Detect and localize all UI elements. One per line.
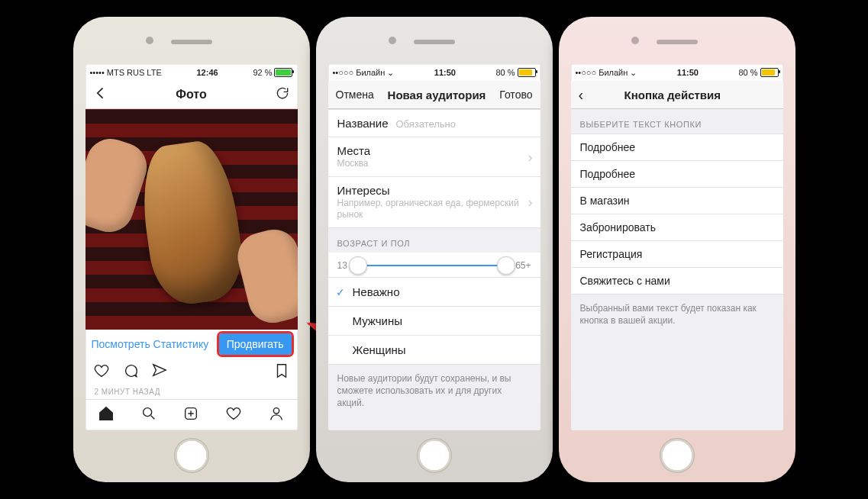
carrier-text: ••○○○ Билайн ⌄ (333, 68, 395, 78)
post-actions (86, 359, 298, 386)
promote-button[interactable]: Продвигать (219, 333, 292, 355)
post-timestamp: 2 МИНУТ НАЗАД (86, 386, 298, 399)
svg-point-2 (273, 408, 279, 414)
screen-3: ••○○○ Билайн ⌄ 11:50 80 % ‹ Кнопка дейст… (571, 64, 783, 430)
age-section-header: Возраст и пол (328, 228, 540, 253)
tab-activity-icon[interactable] (225, 405, 242, 425)
gender-any[interactable]: ✓Неважно (328, 278, 540, 307)
places-label: Места (337, 144, 531, 157)
screen-2: ••○○○ Билайн ⌄ 11:50 80 % Отмена Новая а… (328, 64, 540, 430)
cta-section-header: Выберите текст кнопки (571, 109, 783, 134)
share-icon[interactable] (151, 362, 168, 382)
clock: 12:46 (197, 68, 218, 77)
battery-text: 92 % (253, 68, 272, 77)
status-bar: ••○○○ Билайн ⌄ 11:50 80 % (328, 64, 540, 81)
home-button[interactable] (417, 438, 452, 473)
done-button[interactable]: Готово (499, 89, 532, 101)
comment-icon[interactable] (122, 362, 139, 382)
phone-frame-2: ••○○○ Билайн ⌄ 11:50 80 % Отмена Новая а… (316, 17, 553, 482)
cancel-button[interactable]: Отмена (336, 89, 374, 101)
gender-female[interactable]: Женщины (328, 336, 540, 365)
nav-title: Кнопка действия (624, 89, 721, 101)
clock: 11:50 (434, 68, 456, 77)
battery-icon (518, 68, 536, 77)
phone-frame-3: ••○○○ Билайн ⌄ 11:50 80 % ‹ Кнопка дейст… (559, 17, 795, 482)
cta-option[interactable]: Свяжитесь с нами (571, 268, 783, 295)
view-stats-link[interactable]: Посмотреть Статистику (92, 338, 209, 350)
carrier-text: ••○○○ Билайн ⌄ (576, 68, 637, 78)
interests-label: Интересы (337, 184, 531, 197)
heart-icon[interactable] (93, 362, 110, 382)
interests-cell[interactable]: Интересы Например, органическая еда, фер… (328, 177, 540, 228)
slider-max-knob[interactable] (497, 256, 515, 275)
slider-min-knob[interactable] (349, 256, 367, 275)
home-button[interactable] (174, 438, 209, 473)
nav-bar: ‹ Кнопка действия (571, 81, 783, 109)
cta-footnote: Выбранный вами текст будет показан как к… (571, 295, 783, 334)
nav-bar: Фото (86, 81, 298, 109)
chevron-right-icon: › (528, 195, 533, 211)
cta-option[interactable]: Подробнее (571, 161, 783, 188)
status-bar: ••○○○ Билайн ⌄ 11:50 80 % (571, 64, 783, 81)
tab-bar (86, 399, 298, 430)
gender-male[interactable]: Мужчины (328, 307, 540, 336)
age-min: 13 (337, 260, 347, 271)
nav-title: Новая аудитория (388, 89, 486, 101)
reload-icon[interactable] (275, 85, 290, 104)
cta-option[interactable]: Забронировать (571, 214, 783, 241)
phone-frame-1: ••••• MTS RUS LTE 12:46 92 % Фото Посмот… (73, 17, 310, 482)
cta-option[interactable]: В магазин (571, 188, 783, 214)
cta-option[interactable]: Регистрация (571, 241, 783, 268)
tab-add-icon[interactable] (182, 405, 199, 425)
back-icon[interactable] (93, 85, 108, 104)
tab-profile-icon[interactable] (268, 405, 285, 425)
battery-icon (274, 68, 292, 77)
places-cell[interactable]: Места Москва › (328, 137, 540, 177)
name-label: Название (337, 117, 389, 130)
tab-search-icon[interactable] (140, 405, 157, 425)
nav-title: Фото (176, 88, 206, 101)
battery-text: 80 % (495, 68, 515, 77)
battery-icon (760, 68, 779, 77)
cta-option[interactable]: Подробнее (571, 134, 783, 161)
home-button[interactable] (660, 438, 695, 473)
battery-text: 80 % (738, 68, 757, 77)
screen-1: ••••• MTS RUS LTE 12:46 92 % Фото Посмот… (86, 64, 298, 430)
check-icon: ✓ (336, 286, 345, 298)
chevron-right-icon: › (528, 149, 533, 165)
back-icon[interactable]: ‹ (579, 86, 584, 104)
post-photo[interactable] (86, 109, 298, 330)
audience-footnote: Новые аудитории будут сохранены, и вы см… (328, 365, 540, 417)
interests-sub: Например, органическая еда, фермерский р… (337, 198, 531, 221)
clock: 11:50 (677, 68, 699, 77)
tab-home-icon[interactable] (98, 405, 115, 425)
name-cell[interactable]: Название Обязательно (328, 109, 540, 137)
carrier-text: ••••• MTS RUS LTE (90, 68, 162, 77)
age-slider[interactable]: 13 65+ (328, 253, 540, 278)
status-bar: ••••• MTS RUS LTE 12:46 92 % (86, 64, 298, 81)
name-placeholder: Обязательно (395, 118, 456, 130)
places-sub: Москва (337, 158, 531, 169)
svg-point-0 (144, 408, 152, 417)
age-max: 65+ (515, 260, 531, 271)
bookmark-icon[interactable] (273, 362, 290, 382)
nav-bar: Отмена Новая аудитория Готово (328, 81, 540, 109)
